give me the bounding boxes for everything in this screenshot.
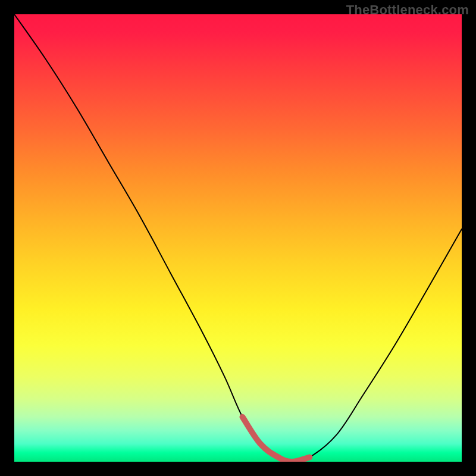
curve-layer (14, 14, 462, 462)
trough-highlight (243, 417, 310, 462)
bottleneck-curve (14, 14, 462, 462)
plot-area (14, 14, 462, 462)
watermark-text: TheBottleneck.com (346, 2, 469, 18)
chart-frame: TheBottleneck.com (0, 0, 476, 476)
